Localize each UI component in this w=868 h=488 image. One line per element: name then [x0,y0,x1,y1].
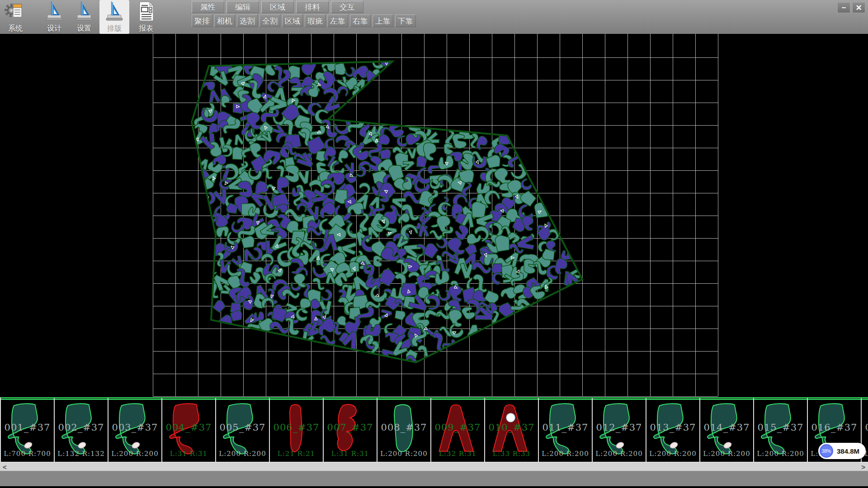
tab-interact[interactable]: 交互 [331,1,363,13]
app-window: 系统设计设置排版报表 属性编辑区域排料交互 聚排相机选割全割区域瑕疵左靠右靠上靠… [0,0,868,488]
piece-lr-label: L:200 R:200 [216,450,269,458]
tool-button-row: 聚排相机选割全割区域瑕疵左靠右靠上靠下靠 [192,14,418,27]
ruler-icon [72,1,96,23]
ruler-icon [42,1,66,22]
toolbar: 系统设计设置排版报表 属性编辑区域排料交互 聚排相机选割全割区域瑕疵左靠右靠上靠… [0,0,868,34]
tool-button-region[interactable]: 区域 [282,14,303,27]
piece-thumbnail-005[interactable]: 005_#37L:200 R:200 [216,398,270,462]
piece-thumbnail-012[interactable]: 012_#37L:200 R:200 [593,398,646,462]
app-button-layout[interactable]: 排版 [99,0,129,34]
piece-id-label: 005_#37 [216,422,269,433]
scroll-right-arrow[interactable]: > [861,462,865,471]
piece-thumbnail-008[interactable]: 008_#37L:200 R:200 [377,398,431,462]
piece-thumbnail-004[interactable]: 004_#37L:31 R:31 [162,398,216,462]
recording-overlay: 38% 384.8M [818,443,866,459]
piece-lr-label: L:200 R:200 [646,450,699,458]
tab-edit[interactable]: 编辑 [226,1,259,13]
tab-region[interactable]: 区域 [261,1,294,13]
horizontal-scrollbar[interactable]: < > [0,462,868,471]
piece-thumbnail-013[interactable]: 013_#37L:200 R:200 [646,398,700,462]
report-icon [134,1,158,22]
piece-id-label: 004_#37 [162,422,215,433]
app-button-design[interactable]: 设计 [40,0,69,34]
piece-id-label: 014_#37 [700,422,753,433]
ruler-icon [42,1,66,23]
piece-thumbnail-007[interactable]: 007_#37L:31 R:31 [324,398,377,462]
piece-id-label: 017_#37 [862,422,868,433]
piece-id-label: 011_#37 [539,422,592,433]
piece-lr-label: L:200 R:200 [377,450,430,458]
gear-notes-icon [4,1,27,22]
piece-lr-label: L:132 R:132 [55,450,108,458]
tool-button-defect[interactable]: 瑕疵 [305,14,326,27]
piece-lr-label: L:200 R:200 [754,450,807,458]
report-icon [134,1,158,23]
piece-id-label: 016_#37 [808,422,861,433]
piece-lr-label: L:21 R:21 [270,450,323,458]
piece-id-label: 015_#37 [754,422,807,433]
window-controls: – ✕ [837,2,865,13]
piece-thumbnail-001[interactable]: 001_#37L:700 R:700 [1,398,55,462]
piece-id-label: 002_#37 [55,422,108,433]
piece-id-label: 010_#37 [485,422,538,433]
app-button-label: 排版 [107,24,122,33]
piece-id-label: 006_#37 [270,422,323,433]
piece-thumbnail-014[interactable]: 014_#37L:200 R:200 [700,398,754,462]
scroll-left-arrow[interactable]: < [3,462,7,471]
ruler-icon [103,1,126,23]
menu-tab-row: 属性编辑区域排料交互 [192,1,366,13]
piece-lr-label: L:32 R:31 [431,450,484,458]
tool-button-cluster-nest[interactable]: 聚排 [192,14,212,27]
app-button-system[interactable]: 系统 [1,0,30,34]
gear-notes-icon [4,1,27,23]
close-button[interactable]: ✕ [852,2,865,13]
piece-thumbnail-011[interactable]: 011_#37L:200 R:200 [539,398,593,462]
app-button-label: 报表 [139,24,153,33]
piece-thumbnail-003[interactable]: 003_#37L:200 R:200 [108,398,162,462]
tool-button-snap-left[interactable]: 左靠 [327,14,348,27]
app-button-settings[interactable]: 设置 [70,0,99,34]
app-button-label: 系统 [8,24,23,33]
tool-button-cut-all[interactable]: 全割 [259,14,280,27]
piece-thumbnail-006[interactable]: 006_#37L:21 R:21 [270,398,324,462]
status-bar [0,471,868,486]
app-button-label: 设置 [77,24,91,33]
tool-button-snap-up[interactable]: 上靠 [373,14,393,27]
piece-id-label: 008_#37 [377,422,430,433]
piece-lr-label: L:200 R:200 [593,450,646,458]
tool-button-snap-down[interactable]: 下靠 [395,14,416,27]
tab-nesting[interactable]: 排料 [296,1,329,13]
tab-properties[interactable]: 属性 [192,1,224,13]
piece-id-label: 003_#37 [108,422,161,433]
piece-id-label: 013_#37 [646,422,699,433]
piece-lr-label: L:700 R:700 [1,450,54,458]
piece-id-label: 009_#37 [431,422,484,433]
piece-lr-label: L:200 R:200 [539,450,592,458]
app-button-report[interactable]: 报表 [130,0,162,34]
tool-button-camera[interactable]: 相机 [214,14,235,27]
ruler-icon [103,1,126,22]
piece-thumbnail-010[interactable]: 010_#37L:33 R:33 [485,398,539,462]
ruler-icon [72,1,96,22]
piece-lr-label: L:31 R:31 [162,450,215,458]
piece-id-label: 007_#37 [324,422,377,433]
app-button-label: 设计 [47,24,61,33]
memory-label: 384.8M [837,447,859,455]
tool-button-select-cut[interactable]: 选割 [237,14,258,27]
percent-badge: 38% [820,444,833,458]
piece-lr-label: L:200 R:200 [700,450,753,458]
piece-lr-label: L:33 R:33 [485,450,538,458]
piece-lr-label: L:200 R:200 [108,450,161,458]
piece-thumbnail-002[interactable]: 002_#37L:132 R:132 [55,398,108,462]
piece-id-label: 012_#37 [593,422,646,433]
piece-thumbnail-009[interactable]: 009_#37L:32 R:31 [431,398,485,462]
tool-button-snap-right[interactable]: 右靠 [350,14,371,27]
minimize-button[interactable]: – [837,2,850,13]
app-buttons: 系统设计设置排版报表 [0,0,162,34]
piece-thumbnail-strip: 001_#37L:700 R:700002_#37L:132 R:132003_… [0,397,868,462]
piece-lr-label: L:31 R:31 [324,450,377,458]
piece-thumbnail-015[interactable]: 015_#37L:200 R:200 [754,398,808,462]
nesting-canvas[interactable] [0,34,868,398]
piece-id-label: 001_#37 [1,422,54,433]
